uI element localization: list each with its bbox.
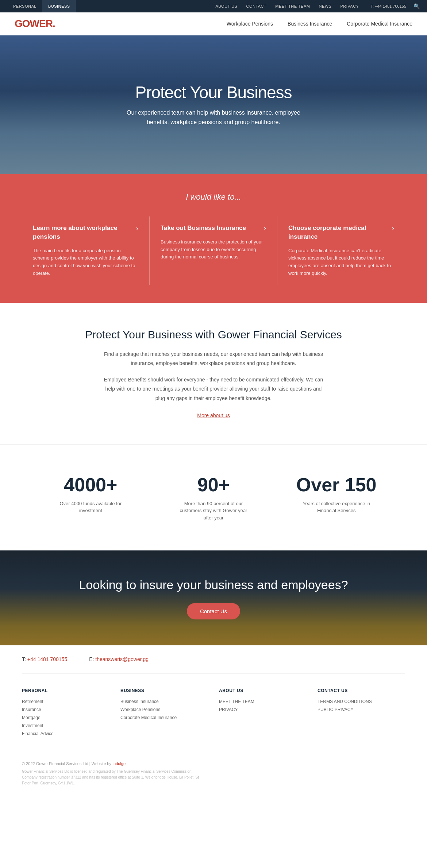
- tab-business[interactable]: BUSINESS: [42, 0, 76, 12]
- cta-title: Looking to insure your business and empl…: [79, 577, 348, 593]
- nav-contact[interactable]: CONTACT: [242, 4, 271, 8]
- phone-number: +44 1481 700155: [375, 4, 406, 8]
- footer-link-terms[interactable]: TERMS AND CONDITIONS: [318, 699, 405, 704]
- footer-email-label: E:: [89, 656, 94, 662]
- footer-email-address[interactable]: theansweris@gower.gg: [95, 656, 149, 662]
- footer-copy-text: © 2022 Gower Financial Services Ltd | We…: [22, 761, 111, 766]
- footer-link-workplace-pensions[interactable]: Workplace Pensions: [120, 707, 208, 712]
- footer-link-mortgage[interactable]: Mortgage: [22, 715, 109, 720]
- about-section: Protect Your Business with Gower Financi…: [0, 303, 427, 444]
- cards-grid: Learn more about workplace pensions › Th…: [22, 216, 405, 285]
- tab-personal[interactable]: PERSONAL: [7, 0, 42, 12]
- footer-col-about: ABOUT US MEET THE TEAM PRIVACY: [219, 688, 307, 739]
- stat-customers-desc: More than 90 percent of our customers st…: [177, 500, 250, 522]
- card-insurance-arrow: ›: [264, 224, 266, 232]
- card-insurance-desc: Business insurance covers the protection…: [161, 238, 266, 261]
- stat-funds: 4000+ Over 4000 funds available for inve…: [29, 466, 152, 529]
- contact-us-button[interactable]: Contact Us: [187, 603, 240, 619]
- main-header: GOWER. Workplace Pensions Business Insur…: [0, 12, 427, 35]
- card-insurance[interactable]: Take out Business Insurance › Business i…: [150, 216, 277, 285]
- footer-col-personal-title: PERSONAL: [22, 688, 109, 693]
- footer-link-financial-advice[interactable]: Financial Advice: [22, 731, 109, 736]
- footer-link-meet-team[interactable]: MEET THE TEAM: [219, 699, 307, 704]
- footer-legal-text: Gower Financial Services Ltd is licensed…: [22, 769, 204, 786]
- card-pensions-arrow: ›: [136, 224, 138, 232]
- about-title: Protect Your Business with Gower Financi…: [29, 329, 398, 341]
- footer-link-investment[interactable]: Investment: [22, 723, 109, 728]
- footer-phone-label: T:: [22, 656, 26, 662]
- stat-funds-number: 4000+: [36, 474, 145, 496]
- stat-customers-number: 90+: [159, 474, 268, 496]
- top-nav: ABOUT US CONTACT MEET THE TEAM NEWS PRIV…: [211, 4, 363, 8]
- card-insurance-title: Take out Business Insurance: [161, 224, 260, 233]
- nav-pensions[interactable]: Workplace Pensions: [227, 21, 273, 27]
- footer-col-business-title: BUSINESS: [120, 688, 208, 693]
- card-pensions-desc: The main benefits for a corporate pensio…: [33, 247, 138, 277]
- cta-section: Looking to insure your business and empl…: [0, 550, 427, 645]
- stat-experience: Over 150 Years of collective experience …: [275, 466, 398, 529]
- nav-privacy[interactable]: PRIVACY: [336, 4, 363, 8]
- footer-phone: T: +44 1481 700155: [22, 656, 67, 662]
- card-pensions[interactable]: Learn more about workplace pensions › Th…: [22, 216, 150, 285]
- footer-link-privacy[interactable]: PRIVACY: [219, 707, 307, 712]
- top-bar: PERSONAL BUSINESS ABOUT US CONTACT MEET …: [0, 0, 427, 12]
- phone-label: T: +44 1481 700155: [370, 4, 406, 8]
- stat-customers: 90+ More than 90 percent of our customer…: [152, 466, 275, 529]
- stat-funds-desc: Over 4000 funds available for investment: [54, 500, 127, 514]
- card-medical-arrow: ›: [392, 224, 394, 232]
- logo-dot: .: [53, 18, 55, 29]
- card-medical-title: Choose corporate medical insurance: [288, 224, 388, 241]
- card-medical-desc: Corporate Medical Insurance can't eradic…: [288, 247, 394, 277]
- card-pensions-title: Learn more about workplace pensions: [33, 224, 132, 241]
- stat-experience-number: Over 150: [282, 474, 391, 496]
- cards-title: I would like to...: [22, 192, 405, 202]
- footer-bottom: © 2022 Gower Financial Services Ltd | We…: [0, 754, 427, 794]
- footer-nav: PERSONAL Retirement Insurance Mortgage I…: [0, 673, 427, 754]
- footer-phone-number[interactable]: +44 1481 700155: [27, 656, 67, 662]
- top-bar-right: ABOUT US CONTACT MEET THE TEAM NEWS PRIV…: [211, 3, 420, 9]
- nav-news[interactable]: NEWS: [314, 4, 336, 8]
- hero-title: Protect Your Business: [122, 82, 305, 102]
- more-about-link[interactable]: More about us: [197, 412, 230, 418]
- main-navigation: Workplace Pensions Business Insurance Co…: [227, 21, 412, 27]
- footer-copyright: © 2022 Gower Financial Services Ltd | We…: [22, 761, 405, 766]
- footer-indulge-link[interactable]: Indulge: [112, 761, 126, 766]
- footer-col-personal: PERSONAL Retirement Insurance Mortgage I…: [22, 688, 109, 739]
- nav-meet-team[interactable]: MEET THE TEAM: [271, 4, 314, 8]
- hero-section: Protect Your Business Our experienced te…: [0, 35, 427, 174]
- stat-experience-desc: Years of collective experience in Financ…: [300, 500, 373, 514]
- footer-col-contact-title: CONTACT US: [318, 688, 405, 693]
- top-bar-tabs: PERSONAL BUSINESS: [7, 0, 76, 12]
- nav-about[interactable]: ABOUT US: [211, 4, 242, 8]
- footer-contact: T: +44 1481 700155 E: theansweris@gower.…: [0, 645, 427, 673]
- footer-email: E: theansweris@gower.gg: [89, 656, 149, 662]
- about-text-2: Employee Benefits should work for everyo…: [100, 375, 327, 403]
- logo[interactable]: GOWER.: [15, 18, 55, 30]
- cards-section: I would like to... Learn more about work…: [0, 174, 427, 303]
- stats-section: 4000+ Over 4000 funds available for inve…: [0, 444, 427, 551]
- footer-col-about-title: ABOUT US: [219, 688, 307, 693]
- footer-link-business-insurance[interactable]: Business Insurance: [120, 699, 208, 704]
- card-medical[interactable]: Choose corporate medical insurance › Cor…: [277, 216, 405, 285]
- logo-text: GOWER: [15, 18, 53, 29]
- nav-insurance[interactable]: Business Insurance: [288, 21, 332, 27]
- nav-medical[interactable]: Corporate Medical Insurance: [347, 21, 412, 27]
- footer-link-insurance[interactable]: Insurance: [22, 707, 109, 712]
- about-text-1: Find a package that matches your busines…: [100, 350, 327, 368]
- search-icon[interactable]: 🔍: [413, 3, 420, 9]
- cta-content: Looking to insure your business and empl…: [79, 577, 348, 619]
- footer-link-retirement[interactable]: Retirement: [22, 699, 109, 704]
- card-heading-2: Take out Business Insurance ›: [161, 224, 266, 233]
- footer-link-public-privacy[interactable]: PUBLIC PRIVACY: [318, 707, 405, 712]
- card-heading-3: Choose corporate medical insurance ›: [288, 224, 394, 241]
- footer-col-business: BUSINESS Business Insurance Workplace Pe…: [120, 688, 208, 739]
- hero-subtitle: Our experienced team can help with busin…: [122, 108, 305, 127]
- footer-col-contact: CONTACT US TERMS AND CONDITIONS PUBLIC P…: [318, 688, 405, 739]
- card-heading: Learn more about workplace pensions ›: [33, 224, 138, 241]
- footer-link-corporate-medical[interactable]: Corporate Medical Insurance: [120, 715, 208, 720]
- hero-content: Protect Your Business Our experienced te…: [115, 61, 312, 149]
